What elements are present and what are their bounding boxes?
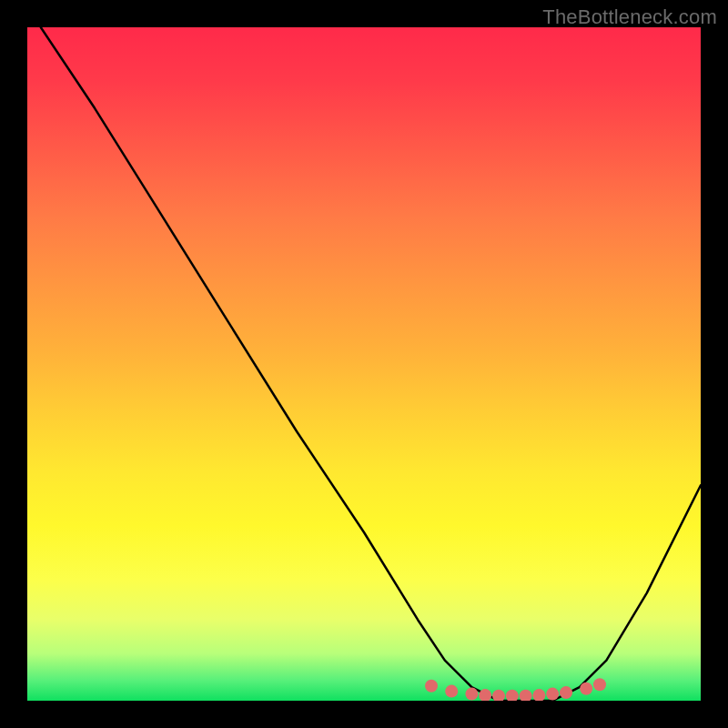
marker-dot: [492, 690, 505, 701]
marker-dot: [532, 689, 545, 701]
marker-dot: [560, 686, 572, 699]
marker-dot: [580, 682, 592, 695]
marker-dot: [546, 688, 559, 701]
marker-dot: [520, 690, 532, 701]
chart-svg: [27, 27, 701, 701]
plot-area: [27, 27, 701, 701]
watermark-text: TheBottleneck.com: [542, 5, 717, 29]
marker-dot: [445, 685, 458, 698]
marker-dot: [425, 680, 438, 693]
marker-dot: [465, 688, 478, 701]
marker-dot: [593, 678, 606, 691]
low-bottleneck-markers: [425, 678, 606, 701]
marker-dot: [506, 690, 519, 701]
bottleneck-curve-line: [41, 27, 701, 701]
